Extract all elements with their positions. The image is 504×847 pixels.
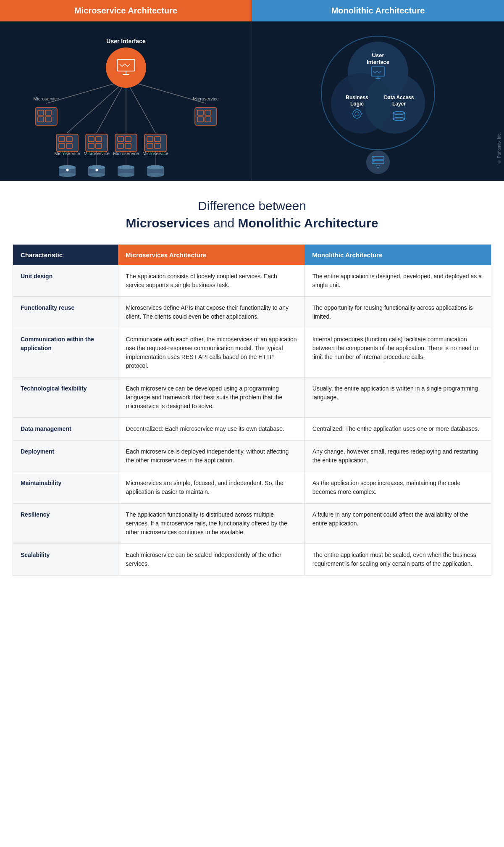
title-mono-bold: Monolithic Architecture	[238, 216, 378, 230]
svg-text:User: User	[372, 52, 384, 58]
header-characteristic: Characteristic	[13, 245, 118, 266]
svg-point-53	[59, 173, 76, 177]
cell-micro: Each microservice is deployed independen…	[118, 441, 304, 472]
cell-micro: The application functionality is distrib…	[118, 504, 304, 544]
cell-characteristic: Data management	[13, 418, 118, 441]
table-row: Unit designThe application consists of l…	[13, 265, 491, 297]
svg-text:Business: Business	[346, 95, 368, 100]
monolithic-diagram-svg: User Interface Business Logic Data Acces…	[265, 26, 491, 177]
table-row: Data managementDecentralized: Each micro…	[13, 418, 491, 441]
cell-micro: Microservices are simple, focused, and i…	[118, 472, 304, 504]
cell-characteristic: Communication within the application	[13, 328, 118, 377]
svg-point-92	[366, 150, 390, 174]
svg-text:⬢: ⬢	[66, 168, 68, 172]
cell-micro: Each microservice can be scaled independ…	[118, 544, 304, 575]
svg-text:Microservice: Microservice	[33, 96, 59, 101]
cell-mono: Any change, however small, requires rede…	[304, 441, 491, 472]
table-row: ScalabilityEach microservice can be scal…	[13, 544, 491, 575]
svg-text:User Interface: User Interface	[106, 38, 146, 45]
svg-text:Logic: Logic	[350, 101, 364, 107]
cell-characteristic: Unit design	[13, 265, 118, 297]
cell-mono: The entire application must be scaled, e…	[304, 544, 491, 575]
table-row: Functionality reuseMicroservices define …	[13, 297, 491, 328]
svg-text:Microservice: Microservice	[193, 96, 219, 101]
table-row: Technological flexibilityEach microservi…	[13, 377, 491, 418]
diagram-section: Microservice Architecture User Interface	[0, 0, 504, 181]
cell-mono: A failure in any component could affect …	[304, 504, 491, 544]
svg-point-64	[118, 165, 134, 169]
cell-characteristic: Technological flexibility	[13, 377, 118, 418]
table-title: Difference between Microservices and Mon…	[13, 198, 491, 232]
microservice-header: Microservice Architecture	[0, 0, 252, 21]
microservice-diagram-svg: User Interface Microservice	[13, 26, 239, 177]
title-line1: Difference between	[198, 199, 306, 213]
svg-point-7	[106, 47, 146, 88]
table-row: DeploymentEach microservice is deployed …	[13, 441, 491, 472]
title-and: and	[210, 216, 238, 230]
table-row: Communication within the applicationComm…	[13, 328, 491, 377]
monolithic-header: Monolithic Architecture	[252, 0, 504, 21]
copyright-text: © Panamax Inc.	[497, 132, 501, 164]
svg-point-95	[373, 157, 375, 158]
svg-text:Data Access: Data Access	[384, 95, 414, 100]
cell-micro: Each microservice can be developed using…	[118, 377, 304, 418]
svg-line-2	[67, 80, 126, 133]
cell-mono: The entire application is designed, deve…	[304, 265, 491, 297]
cell-micro: The application consists of loosely coup…	[118, 265, 304, 297]
cell-characteristic: Maintainability	[13, 472, 118, 504]
title-micro-bold: Microservices	[126, 216, 210, 230]
svg-line-5	[126, 80, 155, 133]
microservice-svg-area: User Interface Microservice	[0, 21, 252, 181]
cell-characteristic: Resiliency	[13, 504, 118, 544]
cell-characteristic: Functionality reuse	[13, 297, 118, 328]
svg-point-96	[373, 161, 375, 162]
cell-mono: The opportunity for reusing functionalit…	[304, 297, 491, 328]
table-section: Difference between Microservices and Mon…	[0, 181, 504, 592]
svg-text:⬢: ⬢	[95, 168, 98, 172]
microservice-diagram-panel: Microservice Architecture User Interface	[0, 0, 252, 181]
svg-point-63	[118, 173, 134, 177]
svg-point-58	[88, 173, 105, 177]
header-micro: Microservices Architecture	[118, 245, 304, 266]
table-row: MaintainabilityMicroservices are simple,…	[13, 472, 491, 504]
cell-micro: Decentralized: Each microservice may use…	[118, 418, 304, 441]
cell-micro: Communicate with each other, the microse…	[118, 328, 304, 377]
comparison-table: Characteristic Microservices Architectur…	[13, 244, 491, 575]
cell-mono: Centralized: The entire application uses…	[304, 418, 491, 441]
svg-text:Layer: Layer	[392, 101, 406, 107]
table-row: ResiliencyThe application functionality …	[13, 504, 491, 544]
header-mono: Monolithic Architecture	[304, 245, 491, 266]
svg-point-68	[147, 165, 164, 169]
cell-mono: Usually, the entire application is writt…	[304, 377, 491, 418]
monolithic-diagram-panel: Monolithic Architecture User Interface	[252, 0, 504, 181]
svg-text:Interface: Interface	[367, 59, 389, 65]
cell-micro: Microservices define APIs that expose th…	[118, 297, 304, 328]
cell-mono: As the application scope increases, main…	[304, 472, 491, 504]
monolithic-svg-area: User Interface Business Logic Data Acces…	[252, 21, 504, 181]
svg-point-67	[147, 173, 164, 177]
table-header-row: Characteristic Microservices Architectur…	[13, 245, 491, 266]
cell-characteristic: Deployment	[13, 441, 118, 472]
cell-mono: Internal procedures (function calls) fac…	[304, 328, 491, 377]
svg-line-3	[97, 80, 126, 133]
cell-characteristic: Scalability	[13, 544, 118, 575]
